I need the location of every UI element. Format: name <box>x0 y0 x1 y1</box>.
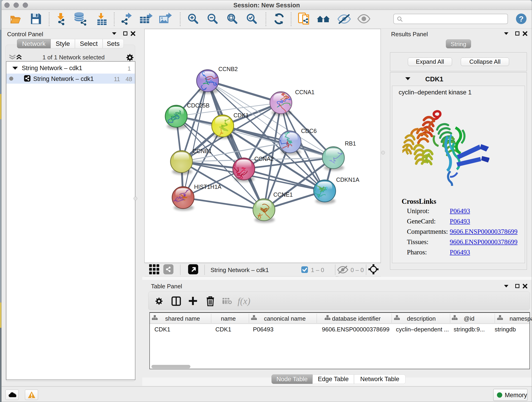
svg-text:CCNB1: CCNB1 <box>192 148 212 154</box>
svg-text:CDC6: CDC6 <box>301 128 317 134</box>
svg-text:CDKN1A: CDKN1A <box>336 177 360 183</box>
svg-text:CCNB2: CCNB2 <box>218 66 238 72</box>
svg-text:CDK1: CDK1 <box>234 112 249 119</box>
svg-text:HIST1H1A: HIST1H1A <box>194 184 222 190</box>
svg-text:CCNA1: CCNA1 <box>295 89 315 95</box>
svg-text:RB1: RB1 <box>345 140 356 147</box>
svg-text:CDC25B: CDC25B <box>187 102 210 109</box>
svg-text:CCNE1: CCNE1 <box>273 191 293 198</box>
svg-text:?: ? <box>519 14 524 23</box>
svg-text:CCNA2: CCNA2 <box>254 156 274 162</box>
